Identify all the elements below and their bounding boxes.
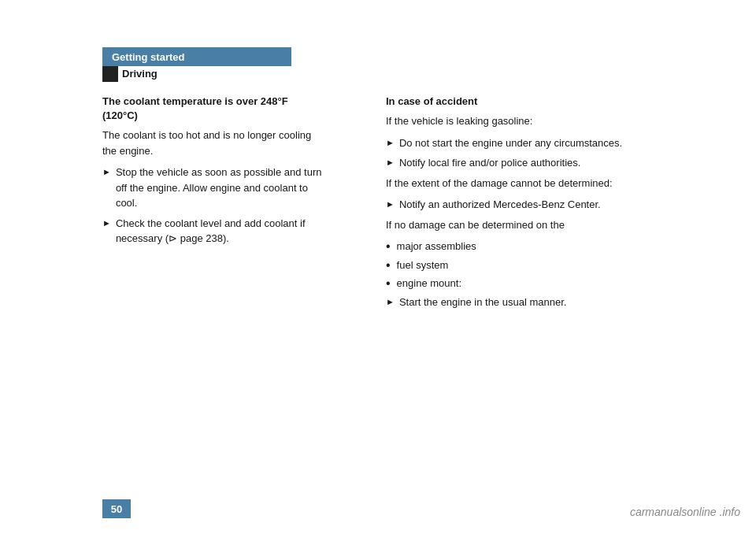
left-bullet-2: ► Check the coolant level and add coolan…	[102, 216, 323, 247]
right-heading: In case of accident	[386, 95, 630, 109]
header-bar: Getting started	[102, 47, 291, 66]
left-heading: The coolant temperature is over 248°F (1…	[102, 95, 323, 123]
dot-icon-2: •	[386, 258, 391, 273]
section-label: Driving	[122, 68, 158, 80]
arrow-icon-6: ►	[386, 295, 395, 310]
arrow-icon-2: ►	[102, 217, 111, 247]
bridge-text: If the extent of the damage cannot be de…	[386, 176, 630, 191]
left-bullet-2-text: Check the coolant level and add coolant …	[116, 216, 323, 247]
watermark: carmanualsonline .info	[630, 506, 740, 518]
left-intro: The coolant is too hot and is no longer …	[102, 128, 323, 158]
final-bullet: ► Start the engine in the usual manner.	[386, 295, 630, 310]
page-number: 50	[111, 503, 122, 515]
dot-item-1-text: major assemblies	[397, 239, 630, 254]
dot-item-3: • engine mount:	[386, 276, 630, 291]
left-column: The coolant temperature is over 248°F (1…	[102, 95, 323, 251]
header-title: Getting started	[112, 51, 184, 63]
right-bullet-1: ► Do not start the engine under any circ…	[386, 135, 630, 151]
right-bullet-3-text: Notify an authorized Mercedes-Benz Cente…	[399, 197, 630, 213]
left-bullet-1: ► Stop the vehicle as soon as possible a…	[102, 165, 323, 211]
section-bar	[102, 66, 118, 82]
arrow-icon-3: ►	[386, 136, 395, 151]
dot-icon-1: •	[386, 239, 391, 254]
right-bullet-2-text: Notify local fire and/or police authorit…	[399, 155, 630, 171]
left-bullet-1-text: Stop the vehicle as soon as possible and…	[116, 165, 323, 211]
final-bullet-text: Start the engine in the usual manner.	[399, 295, 630, 310]
page-container: Getting started Driving The coolant temp…	[0, 0, 756, 534]
arrow-icon-4: ►	[386, 156, 395, 171]
right-column: In case of accident If the vehicle is le…	[386, 95, 630, 314]
right-intro: If the vehicle is leaking gasoline:	[386, 113, 630, 129]
dot-item-1: • major assemblies	[386, 239, 630, 254]
dot-item-2: • fuel system	[386, 258, 630, 273]
right-bullet-2: ► Notify local fire and/or police author…	[386, 155, 630, 171]
right-bullet-1-text: Do not start the engine under any circum…	[399, 135, 630, 151]
dot-item-2-text: fuel system	[397, 258, 630, 273]
list-intro: If no damage can be determined on the	[386, 217, 630, 233]
dot-icon-3: •	[386, 276, 391, 291]
right-bullet-3: ► Notify an authorized Mercedes-Benz Cen…	[386, 197, 630, 213]
page-number-box: 50	[102, 499, 131, 518]
dot-item-3-text: engine mount:	[397, 276, 630, 291]
arrow-icon-5: ►	[386, 198, 395, 213]
arrow-icon-1: ►	[102, 165, 111, 211]
